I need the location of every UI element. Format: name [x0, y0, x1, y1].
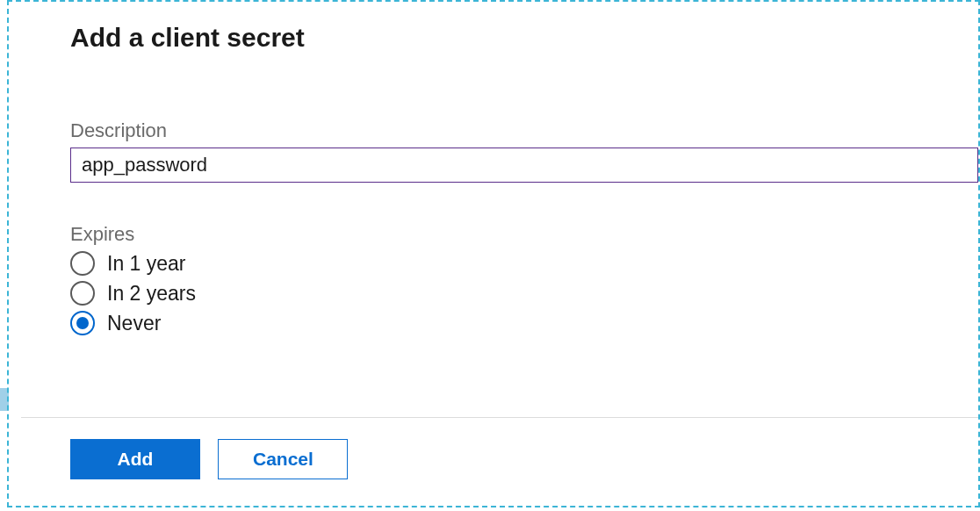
- add-button[interactable]: Add: [70, 439, 200, 479]
- description-label: Description: [70, 119, 978, 142]
- radio-icon: [70, 281, 95, 306]
- radio-label: In 1 year: [107, 252, 186, 276]
- panel-title: Add a client secret: [70, 23, 978, 53]
- expires-label: Expires: [70, 223, 978, 246]
- description-field-group: Description: [70, 119, 978, 183]
- radio-option-never[interactable]: Never: [70, 311, 978, 335]
- expires-radio-group: In 1 year In 2 years Never: [70, 251, 978, 335]
- panel-footer: Add Cancel: [21, 417, 978, 479]
- radio-icon-selected: [70, 311, 95, 335]
- radio-label: Never: [107, 312, 161, 335]
- radio-label: In 2 years: [107, 282, 196, 306]
- cancel-button[interactable]: Cancel: [218, 439, 348, 479]
- radio-icon: [70, 251, 95, 276]
- selection-frame: Add a client secret Description Expires …: [7, 0, 980, 507]
- radio-option-in-1-year[interactable]: In 1 year: [70, 251, 978, 276]
- description-input[interactable]: [70, 148, 978, 183]
- expires-field-group: Expires In 1 year In 2 years Never: [70, 223, 978, 335]
- radio-option-in-2-years[interactable]: In 2 years: [70, 281, 978, 306]
